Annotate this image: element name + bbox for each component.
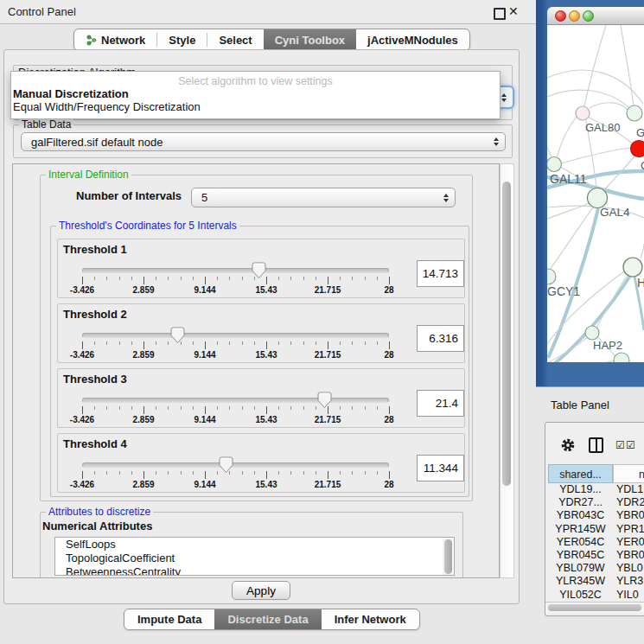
checkbox-icon[interactable]: ☑: [615, 440, 625, 450]
window-titlebar[interactable]: [547, 7, 644, 25]
attribute-item[interactable]: BetweennessCentrality: [55, 565, 454, 576]
table-cell: YBL079W: [548, 562, 613, 575]
table-cell: YBR045C: [548, 549, 613, 562]
threshold-value-field[interactable]: 14.713: [417, 260, 464, 287]
gear-icon[interactable]: [560, 437, 576, 453]
tab-label: Select: [219, 34, 252, 47]
apply-button[interactable]: Apply: [232, 581, 290, 600]
threshold-value-field[interactable]: 6.316: [417, 325, 464, 352]
network-window: GAL80GACGAL11GAL4GCY1HHAP2: [547, 7, 644, 362]
slider-thumb[interactable]: [252, 262, 266, 279]
combo-arrows-icon: [501, 93, 507, 102]
tab-select[interactable]: Select: [207, 29, 263, 50]
tab-jactivemnodules[interactable]: jActiveMNodules: [356, 29, 469, 50]
list-scrollbar[interactable]: [443, 539, 453, 575]
network-edge: [550, 207, 593, 270]
num-intervals-value: 5: [201, 188, 207, 207]
table-cell: YPR1: [615, 523, 644, 536]
table-row[interactable]: YDL19...YDL1: [548, 483, 644, 497]
network-node[interactable]: [547, 269, 556, 284]
table-row[interactable]: YIL052CYIL0: [548, 589, 644, 603]
close-traffic-light-icon[interactable]: [555, 10, 566, 22]
interval-definition-group: Interval Definition Number of Intervals …: [40, 175, 473, 501]
slider-thumb[interactable]: [219, 456, 233, 474]
number-of-intervals-label: Number of Intervals: [76, 189, 182, 202]
numerical-attributes-label: Numerical Attributes: [42, 520, 152, 532]
slider-track[interactable]: [82, 398, 389, 403]
node-label: GAL4: [600, 206, 630, 219]
network-node[interactable]: [547, 157, 562, 172]
tab-style[interactable]: Style: [157, 29, 207, 50]
table-row[interactable]: YPR145WYPR1: [548, 523, 644, 537]
tab-discretize-data[interactable]: Discretize Data: [214, 609, 321, 629]
node-label: H: [637, 276, 644, 290]
num-intervals-combo[interactable]: 5: [191, 188, 456, 207]
minimize-traffic-light-icon[interactable]: [569, 10, 580, 22]
tab-label: Cyni Toolbox: [275, 34, 345, 47]
network-node[interactable]: [631, 141, 644, 157]
thresholds-group-label: Threshold's Coordinates for 5 Intervals: [56, 220, 239, 232]
slider-track[interactable]: [82, 268, 389, 273]
algorithm-option[interactable]: Equal Width/Frequency Discretization: [13, 100, 201, 113]
threshold-label: Threshold 4: [63, 437, 127, 450]
table-row[interactable]: YBR045CYBR0: [548, 549, 644, 563]
network-node[interactable]: [614, 353, 629, 362]
table-row[interactable]: YBR043CYBR0: [548, 509, 644, 523]
tab-impute-data[interactable]: Impute Data: [124, 609, 214, 629]
table-cell: YPR145W: [548, 523, 613, 536]
table-column-header[interactable]: shared...: [548, 464, 613, 483]
zoom-traffic-light-icon[interactable]: [583, 10, 594, 22]
table-panel: Table Panel ☑ ☑ shared... na YDL19...YDL…: [536, 386, 644, 644]
table-cell: YDR2: [615, 496, 644, 509]
slider-thumb[interactable]: [170, 327, 185, 344]
tab-infer-network[interactable]: Infer Network: [322, 609, 419, 629]
network-node[interactable]: [585, 326, 599, 340]
scrollbar-thumb[interactable]: [502, 182, 511, 486]
threshold-row: Threshold 1 -3.4262.8599.14415.4321.7152…: [57, 239, 465, 298]
attribute-item[interactable]: TopologicalCoefficient: [55, 552, 454, 565]
table-data-combo[interactable]: galFiltered.sif default node: [21, 132, 506, 151]
table-cell: YER054C: [548, 536, 613, 549]
tab-content-panel: Discretization Algorithm Table Data galF…: [3, 49, 520, 604]
slider-thumb[interactable]: [317, 392, 332, 409]
algorithm-option[interactable]: Manual Discretization: [13, 87, 129, 100]
threshold-row: Threshold 4 -3.4262.8599.14415.4321.7152…: [57, 433, 465, 493]
network-node[interactable]: [627, 105, 642, 121]
checkbox-icon[interactable]: ☑: [626, 440, 635, 450]
table-data-combo-value: galFiltered.sif default node: [31, 133, 163, 151]
table-row[interactable]: YDR27...YDR2: [548, 496, 644, 510]
network-canvas[interactable]: GAL80GACGAL11GAL4GCY1HHAP2: [547, 25, 644, 362]
table-column-header[interactable]: na: [613, 464, 644, 483]
table-row[interactable]: YBL079WYBL0: [548, 562, 644, 576]
threshold-label: Threshold 3: [63, 373, 127, 386]
close-icon[interactable]: ✕: [508, 4, 519, 18]
network-edge: [547, 147, 552, 158]
table-cell: YIL0: [615, 589, 639, 602]
slider-track[interactable]: [82, 462, 389, 468]
vertical-scrollbar[interactable]: [500, 163, 514, 578]
split-panel-icon[interactable]: [589, 437, 603, 453]
scrollbar-thumb[interactable]: [548, 604, 641, 611]
network-node[interactable]: [623, 258, 642, 277]
tab-label: Network: [101, 34, 145, 47]
threshold-value-field[interactable]: 21.4: [417, 390, 464, 417]
slider-track[interactable]: [82, 333, 389, 338]
top-tab-bar: NetworkStyleSelectCyni ToolboxjActiveMNo…: [73, 29, 470, 51]
table-row[interactable]: YLR345WYLR3: [548, 575, 644, 589]
network-edge: [596, 276, 627, 328]
attributes-group-label: Attributes to discretize: [46, 507, 153, 518]
combo-arrows-icon: [494, 137, 499, 146]
bottom-tab-bar: Impute DataDiscretize DataInfer Network: [124, 609, 420, 630]
table-row[interactable]: YER054CYER0: [548, 536, 644, 550]
float-window-icon[interactable]: [494, 8, 506, 20]
panel-title: Control Panel: [8, 5, 76, 18]
tab-network[interactable]: Network: [74, 29, 156, 50]
network-node[interactable]: [576, 106, 590, 120]
algorithm-dropdown: Select algorithm to view settings Manual…: [10, 71, 501, 119]
control-panel-titlebar: Control Panel ✕: [0, 0, 536, 24]
attributes-group: Attributes to discretize Numerical Attri…: [40, 512, 463, 578]
tab-cyni-toolbox[interactable]: Cyni Toolbox: [264, 29, 356, 50]
threshold-value-field[interactable]: 11.344: [417, 455, 464, 481]
attribute-item[interactable]: SelfLoops: [55, 538, 454, 552]
horizontal-scrollbar[interactable]: [545, 602, 644, 613]
